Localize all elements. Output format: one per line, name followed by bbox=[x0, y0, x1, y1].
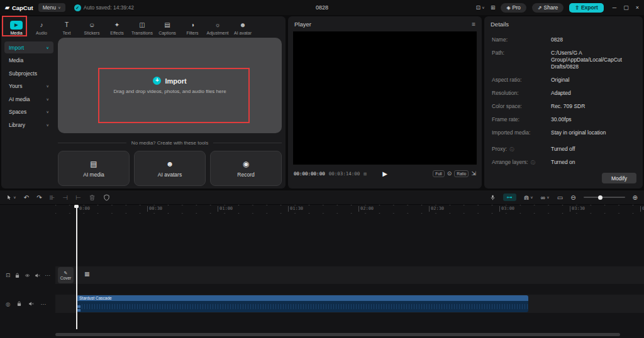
ai-avatars-card[interactable]: ☻ AI avatars bbox=[134, 151, 206, 186]
tab-media[interactable]: ▶ Media bbox=[4, 18, 29, 38]
mic-button[interactable] bbox=[490, 195, 496, 200]
redo-button[interactable]: ↷ bbox=[36, 194, 42, 201]
play-button[interactable]: ▶ bbox=[382, 170, 387, 177]
focus-icon[interactable]: ⊙ bbox=[447, 170, 452, 177]
ruler-mark: 04:00 bbox=[640, 206, 644, 212]
sidebar-item-ai-media[interactable]: AI media ∨ bbox=[4, 93, 53, 105]
audio-track-icon[interactable]: ◎ bbox=[6, 301, 10, 307]
mute-icon[interactable] bbox=[28, 301, 34, 307]
transitions-icon: ◫ bbox=[139, 21, 145, 30]
import-dropzone[interactable]: + Import Drag and drop videos, photos, a… bbox=[58, 38, 282, 133]
eye-icon[interactable] bbox=[25, 273, 30, 278]
tab-effects[interactable]: ✦ Effects bbox=[104, 18, 130, 38]
undo-button[interactable]: ↶ bbox=[24, 194, 29, 201]
cover-button[interactable]: ✎ Cover bbox=[58, 267, 74, 283]
timeline: 0:00 00:30 01:00 01:30 02:00 02:30 03:00… bbox=[0, 205, 644, 338]
full-preview-button[interactable]: Full bbox=[433, 170, 444, 177]
sidebar-item-label: AI media bbox=[9, 96, 30, 102]
player-menu-icon[interactable]: ≡ bbox=[472, 21, 475, 28]
audio-clip[interactable]: Stardust Cascade bbox=[77, 295, 528, 312]
media-icon: ▶ bbox=[10, 21, 23, 30]
detail-row-color-space: Color space: Rec. 709 SDR bbox=[492, 103, 635, 110]
field-label: Imported media: bbox=[492, 129, 551, 136]
mute-icon[interactable] bbox=[35, 273, 40, 278]
zoom-slider-thumb[interactable] bbox=[598, 195, 602, 200]
tab-ai-avatar[interactable]: ☻ AI avatar bbox=[230, 18, 255, 38]
detail-row-name: Name: 0828 bbox=[492, 36, 635, 43]
sidebar-item-import[interactable]: Import ∨ bbox=[4, 41, 53, 53]
sidebar-item-media[interactable]: Media bbox=[4, 55, 53, 67]
app-logo: ▰ CapCut bbox=[5, 4, 33, 11]
modify-button[interactable]: Modify bbox=[602, 173, 636, 183]
tab-label: Transitions bbox=[131, 31, 153, 35]
more-icon[interactable]: ⋯ bbox=[40, 301, 46, 307]
tab-label: Captions bbox=[158, 31, 176, 35]
split-button[interactable]: ⊪ bbox=[50, 194, 55, 201]
display-mode-button[interactable]: ⊡ ∨ bbox=[476, 4, 485, 11]
maximize-button[interactable]: ▢ bbox=[623, 4, 629, 11]
field-label-text: Proxy: bbox=[492, 146, 507, 152]
delete-left-button[interactable]: ⊣ bbox=[62, 194, 68, 201]
ratio-button[interactable]: Ratio bbox=[454, 170, 469, 177]
playhead[interactable] bbox=[76, 205, 77, 329]
pro-label: Pro bbox=[513, 4, 521, 11]
fullscreen-icon[interactable]: ⇲ bbox=[471, 170, 476, 177]
pro-badge[interactable]: ◈ Pro bbox=[501, 3, 526, 13]
timeline-ruler[interactable]: 0:00 00:30 01:00 01:30 02:00 02:30 03:00… bbox=[55, 205, 644, 214]
tab-filters[interactable]: ◑ Filters bbox=[180, 18, 205, 38]
video-preview[interactable] bbox=[293, 31, 477, 165]
export-button[interactable]: ⇧ Export bbox=[569, 3, 604, 13]
sidebar-item-spaces[interactable]: Spaces ∨ bbox=[4, 106, 53, 118]
tab-captions[interactable]: ▤ Captions bbox=[155, 18, 180, 38]
field-label: Proxy: ⓘ bbox=[492, 146, 551, 153]
horizontal-scrollbar[interactable] bbox=[55, 333, 620, 336]
stickers-icon: ☺ bbox=[89, 21, 95, 30]
sidebar-item-label: Import bbox=[9, 45, 24, 51]
tab-adjustment[interactable]: ☼ Adjustment bbox=[205, 18, 230, 38]
track-level-toggle[interactable]: ⊶ bbox=[503, 194, 516, 201]
info-icon[interactable]: ⓘ bbox=[509, 147, 514, 151]
import-title: Import bbox=[165, 77, 186, 85]
import-subtitle: Drag and drop videos, photos, and audio … bbox=[113, 89, 226, 94]
lock-icon[interactable] bbox=[14, 273, 20, 278]
lock-icon[interactable] bbox=[16, 301, 22, 307]
playhead-handle[interactable] bbox=[74, 205, 79, 208]
zoom-in-button[interactable]: ⊕ bbox=[633, 194, 638, 201]
track-resize-icon[interactable]: ⊡ bbox=[6, 272, 10, 278]
delete-right-button[interactable]: ⊢ bbox=[75, 194, 81, 201]
video-track[interactable] bbox=[55, 266, 644, 284]
chevron-down-icon: ∨ bbox=[46, 45, 49, 50]
record-card[interactable]: ◉ Record bbox=[210, 151, 282, 186]
menu-button[interactable]: Menu ∨ bbox=[38, 3, 65, 12]
magnet-button[interactable]: ⋒ ∨ bbox=[524, 194, 533, 201]
more-icon[interactable]: ⋯ bbox=[45, 272, 50, 278]
preview-axis-button[interactable]: ▭ bbox=[557, 194, 563, 201]
field-value: Adapted bbox=[551, 90, 571, 97]
tab-audio[interactable]: ♪ Audio bbox=[29, 18, 54, 38]
zoom-out-button[interactable]: ⊖ bbox=[570, 194, 575, 201]
audio-clip-label: Stardust Cascade bbox=[77, 295, 528, 301]
sidebar-item-yours[interactable]: Yours ∨ bbox=[4, 80, 53, 92]
link-button[interactable]: ∞ ∨ bbox=[541, 194, 550, 201]
audio-waveform bbox=[77, 301, 528, 312]
tab-label: Media bbox=[10, 31, 22, 35]
minimize-button[interactable]: ─ bbox=[613, 4, 616, 11]
tab-text[interactable]: T Text bbox=[54, 18, 79, 38]
field-value: 30.00fps bbox=[551, 116, 572, 123]
tab-stickers[interactable]: ☺ Stickers bbox=[79, 18, 104, 38]
frame-step-icon[interactable]: ▥ bbox=[364, 171, 367, 177]
cursor-tool-button[interactable]: ∨ bbox=[6, 195, 16, 200]
sidebar-item-library[interactable]: Library ∨ bbox=[4, 119, 53, 131]
ai-media-card[interactable]: ▤ AI media bbox=[58, 151, 130, 186]
delete-button[interactable] bbox=[89, 194, 96, 201]
zoom-slider[interactable] bbox=[584, 197, 625, 198]
sidebar-item-subprojects[interactable]: Subprojects bbox=[4, 67, 53, 79]
track-link-icon: ⊶ bbox=[507, 194, 513, 200]
info-icon[interactable]: ⓘ bbox=[531, 160, 535, 165]
mask-button[interactable] bbox=[103, 194, 110, 201]
close-button[interactable]: × bbox=[636, 4, 639, 11]
share-button[interactable]: ⇗ Share bbox=[532, 3, 564, 13]
audio-track-header: ◎ ⋯ bbox=[0, 295, 55, 313]
layout-button[interactable]: ⊞ bbox=[491, 4, 496, 11]
tab-transitions[interactable]: ◫ Transitions bbox=[130, 18, 155, 38]
